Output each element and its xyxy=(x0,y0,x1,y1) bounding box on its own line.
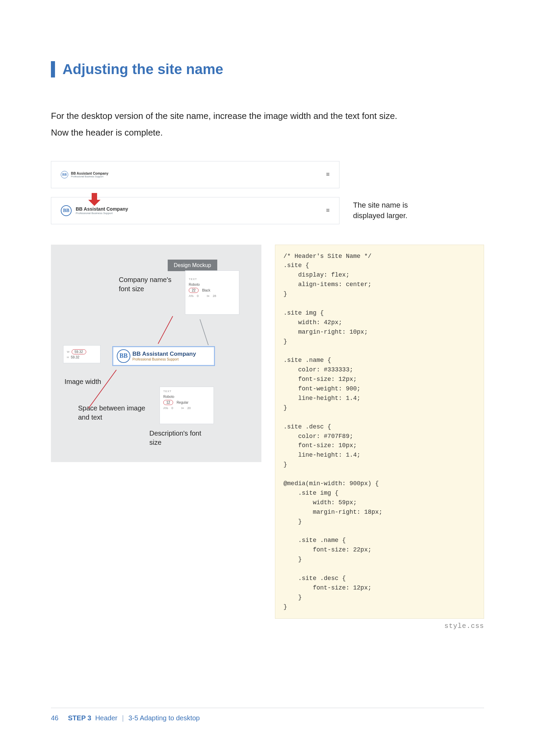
letter-spacing-icon: A% xyxy=(163,406,168,410)
company-desc-mockup: Professional Business Support xyxy=(132,357,196,361)
page-footer: 46 STEP 3 Header | 3-5 Adapting to deskt… xyxy=(51,708,484,722)
company-name-small: BB Assistant Company xyxy=(71,172,108,175)
company-desc-small: Professional Business Support xyxy=(71,175,108,178)
panel-font-family: Roboto xyxy=(189,283,200,286)
callout-line xyxy=(158,316,173,344)
line-height-value: 20 xyxy=(187,406,191,410)
letter-spacing-value: 0 xyxy=(171,406,173,410)
height-value: 59.32 xyxy=(71,355,79,359)
font-weight-value: Regular xyxy=(177,401,188,404)
panel-header: TEXT xyxy=(189,278,236,281)
font-weight-value: Black xyxy=(202,288,210,292)
logo-icon: BB xyxy=(61,205,72,216)
letter-spacing-icon: A% xyxy=(189,294,193,298)
font-size-value: 12 xyxy=(163,400,173,405)
intro-line-2: Now the header is complete. xyxy=(51,125,484,141)
line-height-value: 28 xyxy=(213,294,216,298)
width-value: 59.32 xyxy=(72,349,86,354)
text-panel-bottom: TEXT Roboto 12 Regular A% 0 I≡ 20 xyxy=(160,387,214,424)
callout-line xyxy=(200,319,208,345)
title-text: Adjusting the site name xyxy=(62,61,223,77)
title-accent-bar xyxy=(51,61,55,77)
intro-line-1: For the desktop version of the site name… xyxy=(51,108,484,124)
header-preview-before: BB BB Assistant Company Professional Bus… xyxy=(51,161,339,188)
company-name-mockup: BB Assistant Company xyxy=(132,351,196,357)
intro-paragraph: For the desktop version of the site name… xyxy=(51,108,484,141)
font-size-value: 22 xyxy=(189,288,199,293)
hamburger-icon: ≡ xyxy=(326,171,330,178)
label-company-fontsize: Company name's font size xyxy=(119,275,180,294)
logo-icon: BB xyxy=(117,349,130,363)
design-mockup-panel: Design Mockup Company name's font size I… xyxy=(51,245,261,462)
company-desc-large: Professional Business Support xyxy=(76,212,128,215)
company-name-large: BB Assistant Company xyxy=(76,206,128,212)
hamburger-icon: ≡ xyxy=(326,207,330,214)
code-block: /* Header's Site Name */ .site { display… xyxy=(275,245,484,619)
label-desc-fontsize: Description's font size xyxy=(149,429,204,447)
dimension-panel: W 59.32 H 59.32 xyxy=(63,345,100,363)
panel-header: TEXT xyxy=(163,390,210,393)
logo-text: BB xyxy=(119,352,128,359)
code-filename: style.css xyxy=(275,622,484,630)
footer-subsection: 3-5 Adapting to desktop xyxy=(128,714,200,722)
line-height-icon: I≡ xyxy=(207,294,209,298)
label-image-width: Image width xyxy=(64,377,101,386)
logo-text: BB xyxy=(62,173,67,176)
callout-line xyxy=(88,370,117,408)
mockup-tab: Design Mockup xyxy=(168,260,217,271)
line-height-icon: I≡ xyxy=(181,406,184,410)
footer-step: STEP 3 xyxy=(68,714,91,722)
footer-section: Header xyxy=(95,714,117,722)
page-number: 46 xyxy=(51,714,58,722)
logo-icon: BB xyxy=(61,171,68,178)
w-label: W xyxy=(67,350,70,353)
selected-logo-block: BB BB Assistant Company Professional Bus… xyxy=(113,347,215,366)
h-label: H xyxy=(67,356,69,359)
text-panel-top: TEXT Roboto 22 Black A% 0 I≡ 28 xyxy=(185,270,239,315)
logo-text: BB xyxy=(63,208,70,213)
side-note: The site name is displayed larger. xyxy=(353,200,428,221)
section-title: Adjusting the site name xyxy=(51,61,484,77)
letter-spacing-value: 0 xyxy=(197,294,199,298)
label-space-between: Space between image and text xyxy=(78,404,146,422)
footer-separator: | xyxy=(122,714,124,722)
panel-font-family: Roboto xyxy=(163,395,174,399)
